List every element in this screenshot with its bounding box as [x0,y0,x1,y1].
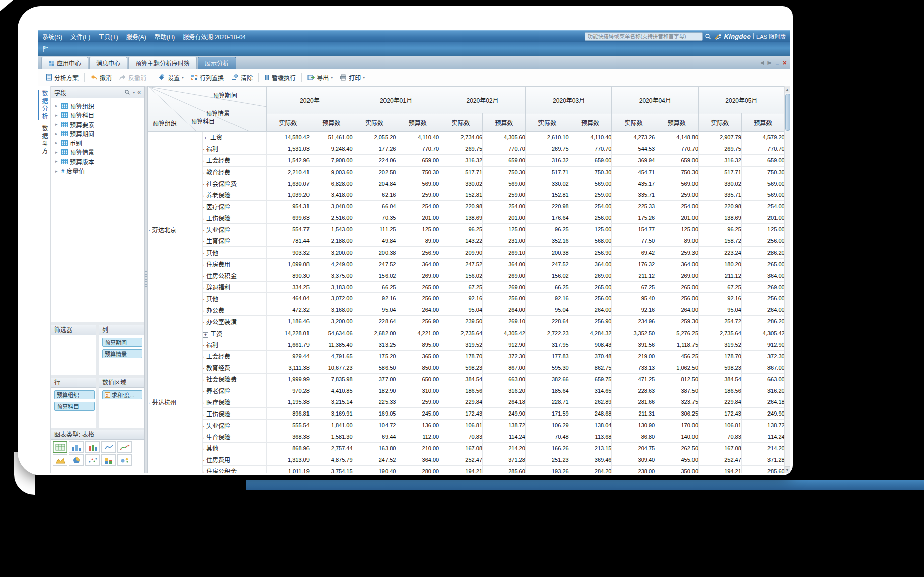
chart-type-curve-chart-icon[interactable] [117,441,132,453]
field-tree-item-measure-value[interactable]: ▸#度量值 [51,167,144,176]
expand-arrow-icon[interactable]: ▸ [55,103,59,108]
tab-budget-theme-ledger[interactable]: 预算主题分析序时簿 [128,57,197,69]
toolbar-button-print[interactable]: 打印▾ [336,71,368,84]
column-header-period[interactable]: ·2020年05月 [699,87,784,113]
scrollbar-thumb[interactable] [785,94,790,131]
chart-type-bubble-chart-icon[interactable] [117,454,132,466]
column-header-measure[interactable]: 预算数 [741,113,784,132]
column-header-period[interactable]: ·2020年01月 [353,87,439,113]
column-header-measure[interactable]: 实际数 [612,113,655,132]
back-icon[interactable]: ◀ [760,60,764,65]
menu-item-service[interactable]: 服务(A) [126,32,146,41]
row-header-subject[interactable]: ·生育保险 [203,431,267,443]
field-tree-item-budget-scenario[interactable]: ▸预算情景 [51,148,144,157]
toolbar-button-defer-execution[interactable]: 暂缓执行 [261,71,299,84]
toolbar-button-export[interactable]: 导出▾ [304,71,336,84]
menu-item-system[interactable]: 系统(S) [42,32,62,41]
chart-type-colored-bar-icon[interactable] [85,441,100,453]
forward-icon[interactable]: ▶ [768,60,772,65]
menu-item-file[interactable]: 文件(F) [70,32,90,41]
row-header-subject[interactable]: ·住房费用 [203,454,267,465]
row-header-subject[interactable]: ·福利 [203,143,267,154]
tab-message-center[interactable]: 消息中心 [89,57,127,69]
field-tree-item-budget-org[interactable]: ▸预算组织 [51,101,144,111]
field-tree-item-budget-version[interactable]: ▸预算版本 [51,157,144,167]
collapse-panel-icon[interactable]: « [137,89,141,96]
column-header-period[interactable]: ·2020年03月 [525,87,612,113]
row-header-subject[interactable]: ·养老保险 [203,189,267,201]
columns-panel-body[interactable]: 预算期间预算情景 [99,335,144,375]
row-header-subject[interactable]: ·教育经费 [203,362,267,373]
column-header-measure[interactable]: 预算数 [655,113,699,132]
row-header-subject[interactable]: ·辞退福利 [203,281,267,293]
vertical-scrollbar[interactable]: ▲ ▼ [784,86,790,473]
row-header-subject[interactable]: ·工会经费 [203,350,267,362]
close-icon[interactable]: × [783,59,787,66]
row-header-subject[interactable]: +工资 [203,327,267,339]
field-tree-item-budget-subject[interactable]: ▸预算科目 [51,111,144,120]
row-header-subject[interactable]: ·生育保险 [203,235,267,247]
toolbar-button-analysis-scheme[interactable]: 分析方案 [42,71,82,84]
column-header-measure[interactable]: 实际数 [525,113,569,132]
row-header-subject[interactable]: ·工伤保险 [203,408,267,420]
row-header-subject[interactable]: ·失业保险 [203,224,267,235]
tab-list-icon[interactable]: ≡ [775,60,779,66]
side-tab-data-cube[interactable]: 数据斗方 [40,125,49,155]
column-header-measure[interactable]: 实际数 [267,113,310,132]
chart-type-line-chart-icon[interactable] [101,441,116,453]
column-header-measure[interactable]: 预算数 [310,113,353,132]
column-header-measure[interactable]: 实际数 [699,113,742,132]
row-header-subject[interactable]: ·失业保险 [203,420,267,431]
chart-type-area-chart-icon[interactable] [53,454,67,466]
expand-arrow-icon[interactable]: ▸ [55,150,59,155]
field-pill-budget-org[interactable]: 预算组织 [54,390,95,399]
filter-panel-body[interactable] [51,335,96,375]
chart-type-scatter-chart-icon[interactable] [85,454,100,466]
column-header-period[interactable]: ·2020年 [267,87,353,113]
scroll-up-icon[interactable]: ▲ [785,86,790,93]
row-header-subject[interactable]: ·住房公积金 [203,465,267,473]
tab-app-center[interactable]: 应用中心 [41,57,88,69]
row-header-subject[interactable]: ·住房公积金 [203,270,267,281]
expand-arrow-icon[interactable]: ▸ [55,140,59,145]
menu-item-tools[interactable]: 工具(T) [98,32,118,41]
side-tab-data-analysis[interactable]: 数据分析 [40,90,49,120]
field-tree-item-budget-period[interactable]: ▸预算期间 [51,129,144,139]
row-header-subject[interactable]: +工资 [203,132,267,143]
row-header-subject[interactable]: ·办公室装潢 [203,316,267,327]
row-header-subject[interactable]: ·其他 [203,443,267,454]
row-header-subject[interactable]: ·社会保险费 [203,178,267,189]
row-header-subject[interactable]: ·医疗保险 [203,201,267,212]
expand-arrow-icon[interactable]: ▸ [55,131,59,136]
row-header-subject[interactable]: ·工伤保险 [203,212,267,224]
chart-type-pie-chart-icon[interactable] [69,454,84,466]
toolbar-button-undo[interactable]: 撤消 [87,71,115,84]
field-tree-item-currency[interactable]: ▸币别 [51,138,144,148]
splitter-handle-icon[interactable] [145,271,147,288]
search-icon[interactable] [705,33,711,40]
row-header-subject[interactable]: ·办公费 [203,304,267,316]
quick-search-input[interactable] [585,32,703,41]
column-header-measure[interactable]: 预算数 [396,113,439,132]
rows-panel-body[interactable]: 预算组织预算科目 [51,388,96,428]
column-header-period[interactable]: ·2020年02月 [439,87,526,113]
column-header-measure[interactable]: 预算数 [483,113,526,132]
toolbar-button-settings[interactable]: 设置▾ [155,71,187,84]
menu-item-help[interactable]: 帮助(H) [155,32,175,41]
tab-display-analysis[interactable]: 展示分析 [198,57,236,69]
expand-arrow-icon[interactable]: ▸ [55,159,59,164]
field-pill-budget-period[interactable]: 预算期间 [102,338,142,347]
expand-plus-icon[interactable]: + [203,332,208,338]
field-search-icon[interactable] [124,89,130,95]
row-header-subject[interactable]: ·社会保险费 [203,373,267,385]
row-header-subject[interactable]: ·住房费用 [203,258,267,270]
row-group-org[interactable]: ·芬达北京 [148,132,203,327]
row-header-subject[interactable]: ·其他 [203,293,267,304]
shortcut-flag-icon[interactable] [41,45,49,53]
column-header-measure[interactable]: 预算数 [569,113,612,132]
toolbar-button-clear[interactable]: 清除 [227,71,256,84]
values-panel-body[interactable]: Σ求和:度... [99,388,144,428]
chart-type-table-icon[interactable] [53,441,67,453]
row-header-subject[interactable]: ·养老保险 [203,385,267,396]
field-pill-sum-measure[interactable]: Σ求和:度... [102,390,142,399]
